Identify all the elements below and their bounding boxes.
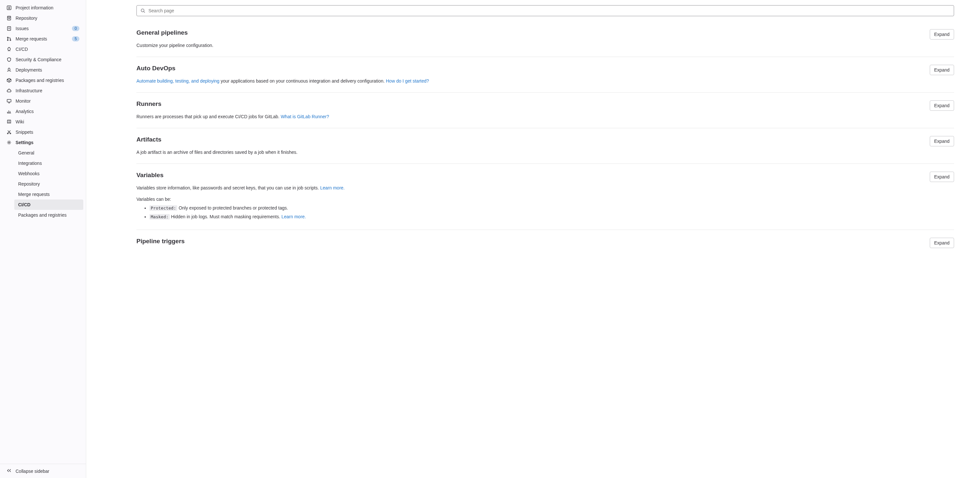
section-desc: A job artifact is an archive of files an… bbox=[137, 149, 954, 156]
svg-point-11 bbox=[8, 37, 8, 38]
section-header: General pipelines Expand bbox=[137, 29, 954, 40]
expand-button[interactable]: Expand bbox=[930, 100, 954, 111]
section-title: Pipeline triggers bbox=[137, 238, 185, 245]
svg-rect-0 bbox=[7, 6, 11, 10]
sidebar-sub-repository[interactable]: Repository bbox=[14, 179, 83, 189]
section-header: Artifacts Expand bbox=[137, 136, 954, 146]
issues-icon bbox=[6, 26, 12, 31]
expand-button[interactable]: Expand bbox=[930, 65, 954, 75]
masked-code: Masked: bbox=[150, 214, 170, 219]
section-auto-devops: Auto DevOps Expand Automate building, te… bbox=[137, 65, 954, 93]
section-runners: Runners Expand Runners are processes tha… bbox=[137, 100, 954, 128]
section-title: Artifacts bbox=[137, 136, 161, 143]
merge-icon bbox=[6, 36, 12, 41]
shield-icon bbox=[6, 57, 12, 62]
sidebar-item-wiki[interactable]: Wiki bbox=[3, 117, 83, 127]
masked-learn-more-link[interactable]: Learn more. bbox=[282, 214, 306, 219]
svg-point-12 bbox=[8, 40, 8, 41]
sidebar-item-repository[interactable]: Repository bbox=[3, 13, 83, 23]
svg-line-25 bbox=[144, 12, 145, 13]
gear-icon bbox=[6, 140, 12, 145]
svg-rect-14 bbox=[7, 99, 11, 102]
sidebar-item-settings[interactable]: Settings bbox=[3, 137, 83, 148]
main-content: General pipelines Expand Customize your … bbox=[86, 0, 980, 478]
issues-badge: 0 bbox=[72, 26, 80, 31]
section-desc: Automate building, testing, and deployin… bbox=[137, 78, 954, 84]
sidebar-item-snippets[interactable]: Snippets bbox=[3, 127, 83, 137]
sidebar-item-label: Infrastructure bbox=[16, 88, 42, 93]
list-item: Masked: Hidden in job logs. Must match m… bbox=[150, 213, 954, 221]
list-item: Protected: Only exposed to protected bra… bbox=[150, 204, 954, 212]
section-header: Runners Expand bbox=[137, 100, 954, 111]
collapse-sidebar-button[interactable]: Collapse sidebar bbox=[0, 464, 86, 478]
sidebar-item-packages[interactable]: Packages and registries bbox=[3, 75, 83, 86]
svg-point-23 bbox=[8, 142, 10, 143]
sidebar-item-label: Analytics bbox=[16, 109, 34, 114]
desc-text: Runners are processes that pick up and e… bbox=[137, 114, 281, 119]
section-header: Pipeline triggers Expand bbox=[137, 238, 954, 248]
sidebar-item-label: Issues bbox=[16, 26, 29, 31]
sidebar-sub-packages[interactable]: Packages and registries bbox=[14, 210, 83, 220]
section-desc: Customize your pipeline configuration. bbox=[137, 42, 954, 49]
variables-can-be: Variables can be: bbox=[137, 197, 954, 202]
sidebar-item-issues[interactable]: Issues 0 bbox=[3, 23, 83, 34]
expand-button[interactable]: Expand bbox=[930, 29, 954, 40]
sidebar-item-infrastructure[interactable]: Infrastructure bbox=[3, 86, 83, 96]
section-pipeline-triggers: Pipeline triggers Expand bbox=[137, 238, 954, 259]
sidebar-item-merge-requests[interactable]: Merge requests 5 bbox=[3, 34, 83, 44]
sidebar-item-analytics[interactable]: Analytics bbox=[3, 106, 83, 117]
section-general-pipelines: General pipelines Expand Customize your … bbox=[137, 29, 954, 57]
section-header: Variables Expand bbox=[137, 172, 954, 182]
sidebar-item-label: Wiki bbox=[16, 119, 24, 124]
section-variables: Variables Expand Variables store informa… bbox=[137, 172, 954, 230]
sidebar-sub-integrations[interactable]: Integrations bbox=[14, 158, 83, 168]
svg-point-1 bbox=[9, 7, 10, 8]
masked-desc: Hidden in job logs. Must match masking r… bbox=[170, 214, 282, 219]
svg-point-24 bbox=[141, 9, 144, 12]
expand-button[interactable]: Expand bbox=[930, 172, 954, 182]
svg-rect-8 bbox=[8, 27, 11, 30]
section-desc: Runners are processes that pick up and e… bbox=[137, 113, 954, 120]
sidebar-item-security[interactable]: Security & Compliance bbox=[3, 54, 83, 65]
book-icon bbox=[6, 119, 12, 124]
sidebar-sub-merge-requests[interactable]: Merge requests bbox=[14, 189, 83, 200]
desc-text: Variables store information, like passwo… bbox=[137, 185, 320, 191]
protected-desc: Only exposed to protected branches or pr… bbox=[177, 205, 288, 211]
sidebar-sub-cicd[interactable]: CI/CD bbox=[14, 200, 83, 210]
sidebar-item-label: Settings bbox=[16, 140, 33, 145]
runner-link[interactable]: What is GitLab Runner? bbox=[281, 114, 329, 119]
search-input[interactable] bbox=[137, 5, 954, 16]
package-icon bbox=[6, 78, 12, 83]
sidebar-item-deployments[interactable]: Deployments bbox=[3, 65, 83, 75]
sidebar-nav: Project information Repository Issues 0 … bbox=[0, 0, 86, 464]
sidebar-sub-label: Merge requests bbox=[18, 192, 49, 197]
get-started-link[interactable]: How do I get started? bbox=[386, 78, 429, 84]
learn-more-link[interactable]: Learn more. bbox=[320, 185, 345, 191]
sidebar-item-label: Snippets bbox=[16, 130, 33, 135]
chevron-left-icon bbox=[6, 468, 12, 474]
expand-button[interactable]: Expand bbox=[930, 136, 954, 146]
svg-point-13 bbox=[10, 40, 11, 41]
sidebar-sub-label: Repository bbox=[18, 181, 40, 187]
sidebar-item-label: Merge requests bbox=[16, 36, 47, 41]
section-title: General pipelines bbox=[137, 29, 188, 36]
section-artifacts: Artifacts Expand A job artifact is an ar… bbox=[137, 136, 954, 164]
protected-code: Protected: bbox=[150, 205, 177, 211]
expand-button[interactable]: Expand bbox=[930, 238, 954, 248]
sidebar-sub-webhooks[interactable]: Webhooks bbox=[14, 168, 83, 179]
sidebar-item-monitor[interactable]: Monitor bbox=[3, 96, 83, 106]
variable-types-list: Protected: Only exposed to protected bra… bbox=[137, 204, 954, 221]
infrastructure-icon bbox=[6, 88, 12, 93]
sidebar-sub-label: Webhooks bbox=[18, 171, 40, 176]
snippets-icon bbox=[6, 130, 12, 135]
sidebar-sub-label: Integrations bbox=[18, 160, 42, 166]
section-desc: Variables store information, like passwo… bbox=[137, 184, 954, 191]
mr-badge: 5 bbox=[72, 36, 80, 41]
autodevops-link[interactable]: Automate building, testing, and deployin… bbox=[137, 78, 220, 84]
section-title: Auto DevOps bbox=[137, 65, 175, 72]
sidebar-sub-general[interactable]: General bbox=[14, 148, 83, 158]
sidebar-item-cicd[interactable]: CI/CD bbox=[3, 44, 83, 54]
sidebar-sub-label: Packages and registries bbox=[18, 213, 67, 218]
sidebar-item-project-information[interactable]: Project information bbox=[3, 3, 83, 13]
sidebar-item-label: Deployments bbox=[16, 67, 42, 73]
